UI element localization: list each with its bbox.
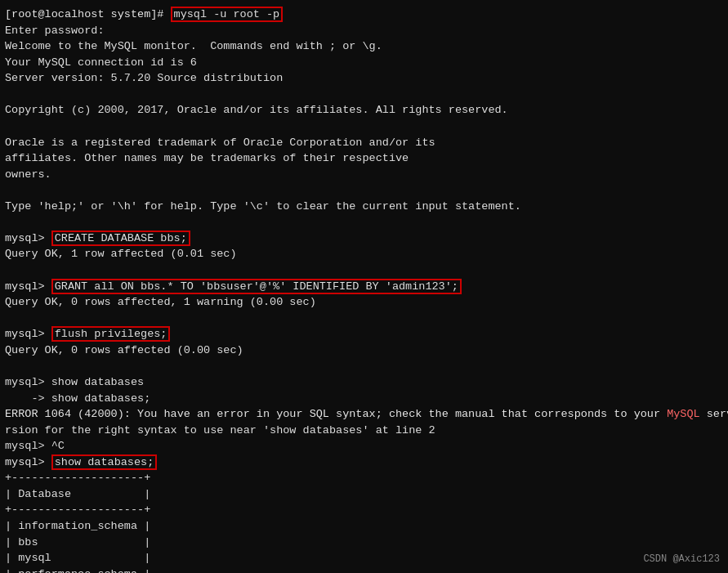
- watermark: CSDN @Axic123: [643, 553, 720, 565]
- mysql-line-3: mysql> flush privileges;: [5, 326, 723, 342]
- show-db-2: -> show databases;: [5, 391, 723, 407]
- mysql-command-4: show databases;: [51, 454, 158, 470]
- mysql-line-4: mysql> show databases;: [5, 454, 723, 471]
- line-1: [root@localhost system]# mysql -u root -…: [5, 7, 723, 23]
- mysql-command-2: GRANT all ON bbs.* TO 'bbsuser'@'%' IDEN…: [51, 279, 462, 294]
- query-ok-1: Query OK, 1 row affected (0.01 sec): [5, 246, 723, 262]
- blank-4: [5, 214, 723, 231]
- line-7: Copyright (c) 2000, 2017, Oracle and/or …: [5, 102, 723, 119]
- line-13: Type 'help;' or '\h' for help. Type '\c'…: [5, 199, 723, 215]
- ctrl-c-line: mysql> ^C: [5, 438, 723, 454]
- mysql-prompt-2: mysql>: [5, 280, 51, 293]
- table-row-4: | performance_schema |: [5, 566, 723, 573]
- line-9: Oracle is a registered trademark of Orac…: [5, 135, 723, 151]
- line-4: Your MySQL connection id is 6: [5, 55, 723, 71]
- blank-3: [5, 182, 723, 199]
- line-10: affiliates. Other names may be trademark…: [5, 150, 723, 167]
- table-border-mid: +--------------------+: [5, 502, 723, 518]
- line-2: Enter password:: [5, 23, 723, 39]
- blank-5: [5, 262, 723, 279]
- line-5: Server version: 5.7.20 Source distributi…: [5, 70, 723, 87]
- query-ok-3: Query OK, 0 rows affected (0.00 sec): [5, 342, 723, 359]
- blank-2: [5, 119, 723, 135]
- line-3: Welcome to the MySQL monitor. Commands e…: [5, 38, 723, 55]
- mysql-prompt-1: mysql>: [5, 232, 51, 244]
- query-ok-2: Query OK, 0 rows affected, 1 warning (0.…: [5, 294, 723, 311]
- table-row-2: | bbs |: [5, 535, 723, 551]
- table-border-top: +--------------------+: [5, 470, 723, 486]
- blank-6: [5, 311, 723, 327]
- prompt-1: [root@localhost system]#: [5, 8, 171, 20]
- table-row-1: | information_schema |: [5, 518, 723, 535]
- command-1: mysql -u root -p: [171, 7, 284, 22]
- terminal: [root@localhost system]# mysql -u root -…: [0, 0, 728, 573]
- table-header: | Database |: [5, 486, 723, 503]
- mysql-command-1: CREATE DATABASE bbs;: [51, 231, 190, 246]
- table-row-3: | mysql |: [5, 550, 723, 566]
- mysql-prompt-4: mysql>: [5, 456, 51, 468]
- mysql-command-3: flush privileges;: [51, 326, 171, 342]
- blank-7: [5, 358, 723, 374]
- blank-1: [5, 87, 723, 103]
- line-11: owners.: [5, 167, 723, 183]
- error-line: ERROR 1064 (42000): You have an error in…: [5, 406, 723, 423]
- mysql-line-1: mysql> CREATE DATABASE bbs;: [5, 231, 723, 247]
- error-cont: rsion for the right syntax to use near '…: [5, 423, 723, 439]
- show-db-1: mysql> show databases: [5, 374, 723, 391]
- mysql-line-2: mysql> GRANT all ON bbs.* TO 'bbsuser'@'…: [5, 279, 723, 295]
- mysql-prompt-3: mysql>: [5, 328, 51, 340]
